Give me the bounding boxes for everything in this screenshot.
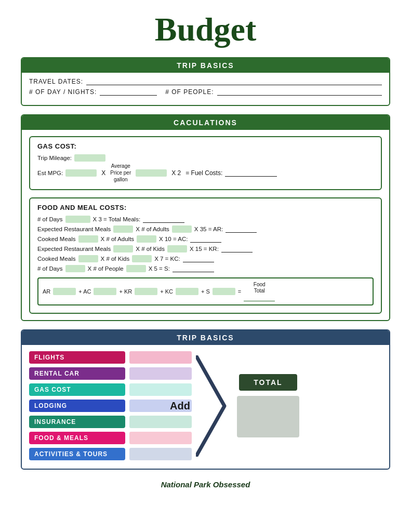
- food-row-4: Expected Restaurant Meals X # of Kids X …: [37, 245, 374, 252]
- ac-total-label: + AC: [78, 288, 91, 295]
- x15-op: X 15 = KR:: [190, 246, 219, 252]
- add-label: Add: [170, 400, 190, 412]
- arrow-shape: Add: [196, 355, 230, 457]
- rental-car-input[interactable]: [129, 367, 192, 380]
- list-item: FLIGHTS: [29, 351, 192, 364]
- people-label: # OF PEOPLE:: [165, 88, 214, 96]
- ar-total-input[interactable]: [53, 288, 76, 295]
- kc-total-input[interactable]: [176, 288, 198, 295]
- gas-cost-row2: Est MPG: X Average Price per gallon X 2 …: [37, 163, 374, 183]
- kids-op2: X # of Kids: [101, 256, 130, 262]
- kr-result[interactable]: [221, 245, 253, 252]
- ar-total-label: AR: [43, 288, 50, 295]
- food-cost-box: FOOD AND MEAL COSTS: # of Days X 3 = Tot…: [29, 197, 382, 314]
- days-nights-input[interactable]: [100, 88, 157, 96]
- people-input[interactable]: [217, 88, 382, 96]
- travel-dates-row: TRAVEL DATES:: [29, 78, 382, 85]
- food-total-label-box: Food Total: [244, 282, 275, 301]
- flights-input[interactable]: [129, 351, 192, 364]
- exp-rest-input[interactable]: [113, 225, 133, 233]
- gas-cost-input[interactable]: [129, 383, 192, 396]
- insurance-input[interactable]: [129, 416, 192, 428]
- exp-rest-label: Expected Restaurant Meals: [37, 226, 111, 232]
- list-item: LODGING: [29, 400, 192, 412]
- food-cost-title: FOOD AND MEAL COSTS:: [37, 204, 374, 211]
- x2-operator: X 2: [171, 169, 181, 177]
- trip-basics-fields: TRAVEL DATES: # OF DAY / NIGHTS: # OF PE…: [22, 73, 389, 105]
- food-total-row: AR + AC + KR + KC + S = Food Total: [37, 277, 374, 305]
- x5-op: X 5 = S:: [149, 265, 170, 272]
- trip-mileage-input[interactable]: [74, 154, 105, 162]
- flights-label: FLIGHTS: [29, 351, 125, 364]
- food-meals-input[interactable]: [129, 432, 192, 444]
- avg-price-label: Average Price per gallon: [110, 163, 131, 183]
- kc-result[interactable]: [183, 255, 214, 262]
- food-row-3: Cooked Meals X # of Adults X 10 = AC:: [37, 235, 374, 243]
- gas-cost-box: GAS COST: Trip Mileage: Est MPG: X Avera…: [29, 136, 382, 190]
- equals-total: =: [238, 288, 241, 295]
- total-input[interactable]: [237, 396, 299, 437]
- x-operator: X: [101, 169, 105, 177]
- kr-total-label: + KR: [119, 288, 132, 295]
- gas-cost-row1: Trip Mileage:: [37, 154, 374, 162]
- price-per-gallon-input[interactable]: [136, 169, 167, 177]
- fuel-costs-result[interactable]: [225, 169, 277, 177]
- food-total-underline[interactable]: [244, 294, 275, 301]
- total-label: TOTAL: [239, 374, 297, 391]
- page-title: Budget: [21, 10, 390, 49]
- food-days-label: # of Days: [37, 216, 63, 222]
- ac-total-input[interactable]: [94, 288, 116, 295]
- cooked-meals-kids-label: Cooked Meals: [37, 256, 76, 262]
- food-row-2: Expected Restaurant Meals X # of Adults …: [37, 225, 374, 233]
- total-meals-result[interactable]: [143, 216, 184, 223]
- list-item: GAS COST: [29, 383, 192, 396]
- travel-dates-input[interactable]: [86, 78, 382, 85]
- trip-items-container: FLIGHTS RENTAL CAR GAS COST LODGING INSU…: [22, 345, 389, 469]
- kr-total-input[interactable]: [135, 288, 157, 295]
- trip-basics-top-header: TRIP BASICS: [22, 58, 389, 73]
- exp-rest-kids-input[interactable]: [113, 245, 133, 252]
- kids-input2[interactable]: [132, 255, 152, 262]
- est-mpg-input[interactable]: [65, 169, 97, 177]
- adults-input1[interactable]: [172, 225, 192, 233]
- trip-basics-bottom-header: TRIP BASICS: [22, 330, 389, 345]
- food-days-input[interactable]: [65, 216, 90, 223]
- days-s-input[interactable]: [65, 265, 85, 272]
- activities-input[interactable]: [129, 448, 192, 460]
- people-s-input[interactable]: [126, 265, 146, 272]
- kids-input1[interactable]: [167, 245, 187, 252]
- lodging-label: LODGING: [29, 400, 125, 412]
- food-x3-op: X 3 = Total Meals:: [93, 216, 141, 222]
- food-row-1: # of Days X 3 = Total Meals:: [37, 216, 374, 223]
- ac-result[interactable]: [190, 235, 221, 243]
- x7-op: X 7 = KC:: [154, 256, 180, 262]
- kc-total-label: + KC: [160, 288, 173, 295]
- ar-result[interactable]: [226, 225, 257, 233]
- rental-car-label: RENTAL CAR: [29, 367, 125, 380]
- footer-text: National Park Obsessed: [21, 480, 390, 489]
- arrow-icon: [196, 355, 230, 457]
- list-item: RENTAL CAR: [29, 367, 192, 380]
- travel-dates-label: TRAVEL DATES:: [29, 78, 83, 85]
- days-people-s-label: # of Days: [37, 265, 63, 272]
- list-item: FOOD & MEALS: [29, 432, 192, 444]
- s-total-input[interactable]: [213, 288, 235, 295]
- kids-op1: X # of Kids: [136, 246, 165, 252]
- s-result[interactable]: [173, 265, 214, 272]
- insurance-label: INSURANCE: [29, 416, 125, 428]
- trip-mileage-label: Trip Mileage:: [37, 155, 72, 161]
- food-row-5: Cooked Meals X # of Kids X 7 = KC:: [37, 255, 374, 262]
- people-op: X # of People: [88, 265, 124, 272]
- total-box-area: TOTAL: [237, 374, 299, 437]
- cooked-meals-kids-input[interactable]: [78, 255, 98, 262]
- fuel-costs-label: = Fuel Costs:: [185, 169, 222, 177]
- exp-rest-kids-label: Expected Restaurant Meals: [37, 246, 111, 252]
- s-total-label: + S: [201, 288, 210, 295]
- cooked-meals-input1[interactable]: [78, 235, 98, 243]
- arrow-total-area: Add TOTAL: [196, 355, 299, 457]
- calculations-section: CACULATIONS GAS COST: Trip Mileage: Est …: [21, 114, 390, 321]
- activities-label: ACTIVITIES & TOURS: [29, 448, 125, 460]
- days-people-row: # OF DAY / NIGHTS: # OF PEOPLE:: [29, 88, 382, 96]
- adults-input2[interactable]: [137, 235, 156, 243]
- adults-op2: X # of Adults: [101, 236, 135, 242]
